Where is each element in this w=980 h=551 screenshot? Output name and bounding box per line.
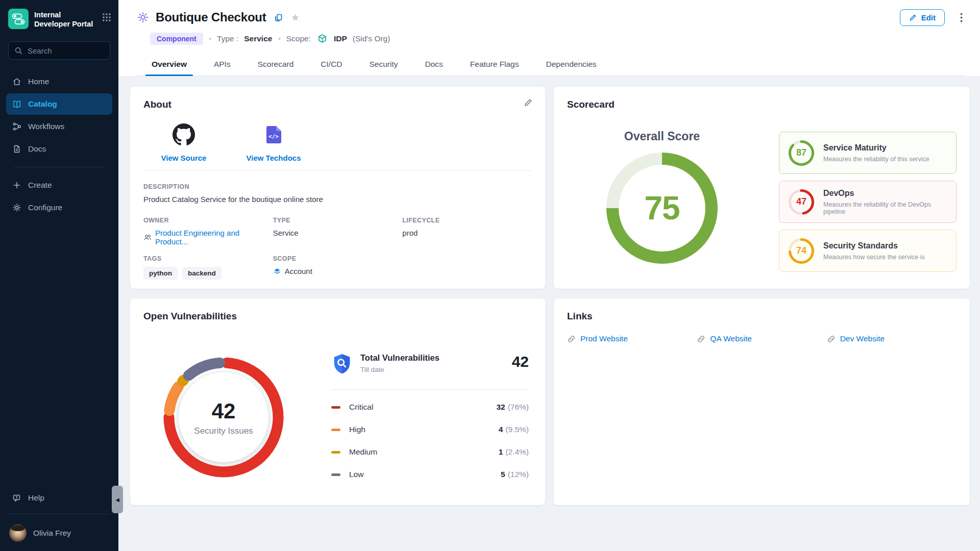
- legend-row-high: High 4(9.5%): [331, 418, 529, 441]
- sidebar-divider: [14, 167, 104, 167]
- type-value: Service: [244, 34, 272, 43]
- tab-scorecard[interactable]: Scorecard: [257, 54, 295, 76]
- total-vulnerabilities-title: Total Vulnerabilities: [360, 353, 439, 363]
- critical-dash-icon: [331, 406, 340, 409]
- chain-link-icon: [697, 335, 705, 343]
- tab-docs[interactable]: Docs: [424, 54, 444, 76]
- tag-pill: backend: [182, 267, 222, 280]
- total-vulnerabilities-count: 42: [512, 353, 529, 370]
- tab-dependencies[interactable]: Dependencies: [545, 54, 598, 76]
- type-field: TYPE Service: [273, 217, 403, 246]
- chain-link-icon: [567, 335, 576, 343]
- link-label: Dev Website: [840, 334, 885, 343]
- main-area: Boutique Checkout: [118, 0, 980, 551]
- link-qa-website[interactable]: QA Website: [697, 334, 826, 343]
- security-issues-count: 42: [212, 399, 236, 423]
- link-prod-website[interactable]: Prod Website: [567, 334, 697, 343]
- owner-value: Product Engineering and Product...: [155, 229, 273, 246]
- link-label: Prod Website: [580, 334, 628, 343]
- sidebar-item-label: Docs: [28, 144, 46, 154]
- link-dev-website[interactable]: Dev Website: [827, 334, 957, 343]
- score-value: 47: [788, 188, 815, 216]
- sidebar-item-docs[interactable]: Docs: [6, 138, 112, 160]
- edit-button[interactable]: Edit: [900, 9, 945, 26]
- about-edit-pencil-icon[interactable]: [524, 98, 533, 109]
- view-source-link[interactable]: View Source: [151, 123, 217, 162]
- overall-score-label: Overall Score: [624, 130, 700, 143]
- score-ring: 74: [788, 237, 815, 265]
- page-content: About View Source: [118, 76, 980, 551]
- cube-icon: [317, 34, 327, 43]
- sidebar-item-workflows[interactable]: Workflows: [6, 116, 112, 137]
- owner-link[interactable]: Product Engineering and Product...: [143, 229, 273, 246]
- tab-feature-flags[interactable]: Feature Flags: [469, 54, 520, 76]
- tab-security[interactable]: Security: [369, 54, 399, 76]
- score-item-desc: Measures the reliability of this service: [823, 156, 929, 163]
- dot-separator: •: [209, 34, 211, 43]
- link-label: QA Website: [710, 334, 752, 343]
- total-vulnerabilities-subtitle: Till date: [360, 366, 439, 373]
- sidebar-item-label: Create: [28, 181, 52, 190]
- scorecard-item-security-standards[interactable]: 74 Security Standards Measures how secur…: [779, 230, 957, 272]
- legend-row-medium: Medium 1(2.4%): [331, 441, 529, 463]
- help-label: Help: [28, 493, 44, 503]
- low-dash-icon: [331, 473, 340, 476]
- severity-legend: Critical 32(76%) High 4(9.5%) Medium: [331, 396, 529, 486]
- tag-pill: python: [143, 267, 178, 280]
- user-menu[interactable]: Olivia Frey: [6, 519, 112, 545]
- page-title: Boutique Checkout: [156, 10, 266, 24]
- scope-value: Account: [285, 267, 312, 276]
- scope-label: Scope:: [286, 34, 311, 43]
- search-box[interactable]: [8, 41, 110, 60]
- view-techdocs-link[interactable]: </> View Techdocs: [240, 123, 307, 162]
- scorecard-item-service-maturity[interactable]: 87 Service Maturity Measures the reliabi…: [779, 132, 957, 174]
- links-card: Links Prod Website: [554, 298, 970, 505]
- flow-nodes-icon: [12, 122, 21, 131]
- vulnerabilities-summary: Total Vulnerabilities Till date 42 Criti…: [331, 353, 529, 486]
- search-icon: [14, 46, 23, 55]
- open-book-icon: [12, 99, 21, 109]
- apps-grid-icon[interactable]: [102, 9, 111, 24]
- tab-overview[interactable]: Overview: [151, 54, 188, 76]
- about-card: About View Source: [130, 87, 545, 289]
- sidebar-item-create[interactable]: Create: [6, 174, 112, 196]
- tab-cicd[interactable]: CI/CD: [320, 54, 343, 76]
- logo-icon: [8, 9, 29, 29]
- search-input[interactable]: [28, 46, 104, 55]
- score-value: 87: [788, 139, 815, 167]
- overall-score-donut: 75: [605, 152, 719, 265]
- app-logo[interactable]: [8, 9, 29, 29]
- score-item-desc: Measures how secure the service is: [823, 254, 925, 261]
- scope-value[interactable]: IDP: [334, 34, 347, 43]
- avatar: [9, 524, 27, 542]
- high-dash-icon: [331, 429, 340, 431]
- favorite-star-icon[interactable]: [290, 13, 300, 22]
- more-options-icon[interactable]: [958, 11, 965, 24]
- entity-gear-icon: [137, 11, 149, 23]
- sidebar-collapse-handle[interactable]: ◀: [112, 486, 123, 513]
- lifecycle-field: LIFECYCLE prod: [402, 217, 532, 246]
- sidebar-divider: [8, 514, 110, 514]
- links-title: Links: [567, 311, 957, 322]
- score-item-desc: Measures the reliability of the DevOps p…: [823, 201, 948, 215]
- sidebar-item-catalog[interactable]: Catalog: [6, 93, 112, 115]
- sidebar-item-label: Home: [28, 77, 49, 86]
- sidebar-item-label: Workflows: [28, 122, 64, 131]
- sidebar-header: Internal Developer Portal: [0, 0, 118, 34]
- entity-kind-badge[interactable]: Component: [150, 33, 203, 45]
- brand-name: Internal Developer Portal: [34, 9, 96, 29]
- scorecard-item-devops[interactable]: 47 DevOps Measures the reliability of th…: [779, 181, 957, 223]
- score-item-title: DevOps: [823, 189, 948, 198]
- sidebar-item-configure[interactable]: Configure: [6, 197, 112, 218]
- github-icon: [173, 123, 195, 148]
- copy-icon[interactable]: [274, 13, 283, 22]
- legend-row-critical: Critical 32(76%): [331, 396, 529, 418]
- gear-icon: [12, 203, 21, 212]
- sidebar-item-home[interactable]: Home: [6, 71, 112, 92]
- tab-apis[interactable]: APIs: [213, 54, 232, 76]
- help-chat-icon: ?: [12, 493, 21, 503]
- sidebar-item-help[interactable]: ? Help: [6, 487, 112, 509]
- scorecard-title: Scorecard: [567, 99, 957, 110]
- score-ring: 87: [788, 139, 815, 167]
- shield-magnifier-icon: [331, 353, 353, 377]
